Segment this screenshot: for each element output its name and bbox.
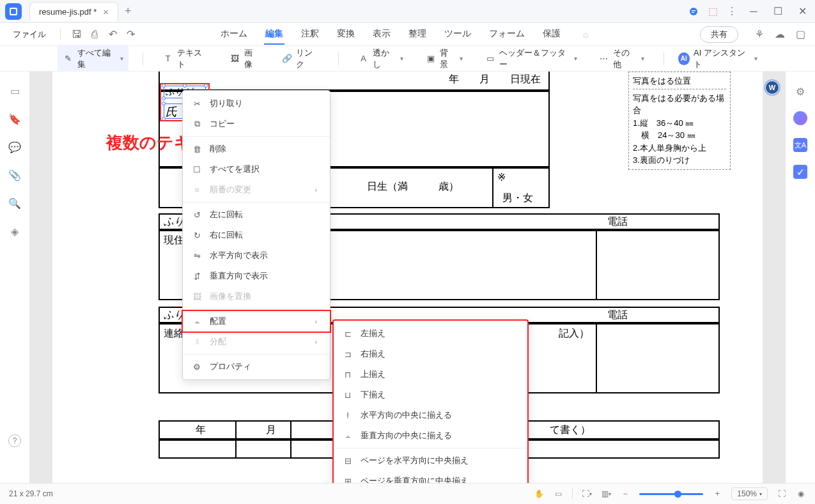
ctx-alignment[interactable]: ⫠配置›	[182, 310, 331, 333]
menu-icon[interactable]: ⋮	[727, 6, 737, 17]
tab-annotate[interactable]: 注釈	[300, 24, 320, 45]
hand-tool-icon[interactable]: ✋	[534, 489, 544, 499]
app-logo[interactable]	[5, 3, 22, 20]
tab-convert[interactable]: 変換	[336, 24, 356, 45]
ai-icon: AI	[678, 52, 690, 65]
align-bottom[interactable]: ⊔下揃え	[334, 385, 527, 405]
ctx-show-horizontal[interactable]: ⇋水平方向で表示	[183, 245, 330, 266]
view-mode-icon[interactable]: ▥ ▾	[601, 489, 611, 499]
search-icon[interactable]: 🔍	[8, 197, 21, 210]
ctx-cut[interactable]: ✂切り取り	[183, 93, 330, 114]
menubar: ファイル 🖫 ⎙ ↶ ↷ ホーム 編集 注釈 変換 表示 整理 ツール フォーム…	[0, 23, 815, 46]
branch-icon[interactable]: ⚘	[754, 29, 765, 40]
ctx-rotate-right[interactable]: ↻右に回転	[183, 225, 330, 245]
align-center-h[interactable]: ⫲水平方向の中央に揃える	[334, 405, 527, 425]
ctx-select-all[interactable]: ☐すべてを選択	[183, 159, 330, 179]
rotate-left-icon: ↺	[192, 210, 202, 220]
link-icon: 🔗	[281, 53, 292, 65]
page-dimensions: 21 x 29.7 cm	[9, 489, 53, 498]
header-footer-button[interactable]: ▭ヘッダー＆フッター▾	[479, 45, 582, 73]
ctx-copy[interactable]: ⧉コピー	[183, 114, 330, 134]
help-icon[interactable]: ?	[8, 434, 21, 447]
redo-icon[interactable]: ↷	[125, 29, 136, 40]
distribute-icon: ⦀	[192, 337, 202, 347]
thumbnails-icon[interactable]: ▭	[8, 84, 21, 97]
text-button[interactable]: Tテキスト	[157, 45, 213, 73]
fullscreen-icon[interactable]: ⛶	[777, 489, 787, 499]
document-tab[interactable]: resume-jis.pdf * ×	[29, 2, 118, 21]
align-page-center-h[interactable]: ⊟ページを水平方向に中央揃え	[334, 450, 527, 471]
zoom-slider[interactable]	[639, 493, 703, 495]
flip-h-icon: ⇋	[192, 250, 202, 261]
share-button[interactable]: 共有	[700, 26, 738, 43]
bookmarks-icon[interactable]: 🔖	[8, 112, 21, 125]
tab-view[interactable]: 表示	[371, 24, 392, 45]
settings-icon[interactable]: ⚙	[793, 84, 807, 98]
convert-to-word-button[interactable]: W	[764, 79, 780, 96]
image-icon: 🖼	[230, 53, 241, 65]
tab-edit[interactable]: 編集	[264, 24, 284, 45]
maximize-button[interactable]: ☐	[770, 4, 786, 19]
ctx-show-vertical[interactable]: ⇵垂直方向で表示	[183, 266, 330, 286]
ctx-replace-image: 🖼画像を置換	[183, 286, 330, 307]
check-icon[interactable]: ✓	[793, 165, 807, 179]
ctx-distribute: ⦀分配›	[183, 332, 330, 352]
minimize-button[interactable]: ─	[746, 4, 761, 19]
zoom-value[interactable]: 150%▾	[731, 487, 768, 500]
save-icon[interactable]: 🖫	[71, 29, 82, 40]
light-icon[interactable]: ☼	[580, 29, 591, 40]
close-icon[interactable]: ×	[103, 6, 109, 17]
ctx-rotate-left[interactable]: ↺左に回転	[183, 204, 330, 225]
attachments-icon[interactable]: 📎	[8, 169, 21, 181]
titlebar: resume-jis.pdf * × + ⬚ ⋮ ─ ☐ ✕	[0, 0, 815, 23]
select-tool-icon[interactable]: ▭	[553, 489, 563, 499]
link-button[interactable]: 🔗リンク	[276, 45, 324, 73]
read-mode-icon[interactable]: ◉	[796, 489, 806, 499]
tab-organize[interactable]: 整理	[407, 24, 428, 45]
image-button[interactable]: 🖼画像	[225, 45, 265, 73]
tab-tools[interactable]: ツール	[443, 24, 472, 45]
chevron-down-icon: ▾	[120, 55, 123, 62]
file-menu[interactable]: ファイル	[9, 26, 50, 43]
text-icon: T	[162, 53, 173, 65]
ctx-properties[interactable]: ⚙プロパティ	[183, 356, 330, 377]
print-icon[interactable]: ⎙	[89, 29, 100, 40]
ai-chat-icon[interactable]	[793, 111, 807, 125]
edit-all-label: すべて編集	[77, 47, 116, 70]
date-field: 年 月 日現在	[449, 73, 541, 86]
background-icon: ▣	[425, 53, 435, 65]
tab-form[interactable]: フォーム	[488, 24, 526, 45]
translate-icon[interactable]: 文A	[793, 138, 807, 152]
align-top[interactable]: ⊓上揃え	[334, 364, 527, 385]
rotate-right-icon: ↻	[192, 230, 202, 240]
tab-protect[interactable]: 保護	[541, 24, 562, 45]
statusbar: 21 x 29.7 cm ✋ ▭ ⛶ ▾ ▥ ▾ − + 150%▾ ⛶ ◉	[0, 483, 815, 504]
comments-icon[interactable]: 💬	[8, 141, 21, 153]
tab-home[interactable]: ホーム	[219, 24, 249, 45]
cut-icon: ✂	[192, 98, 202, 109]
layers-icon[interactable]: ◈	[8, 225, 21, 238]
align-icon: ⫠	[192, 316, 202, 326]
edit-all-button[interactable]: ✎ すべて編集 ▾	[58, 45, 128, 73]
align-left[interactable]: ⊏左揃え	[334, 323, 527, 344]
cloud-icon[interactable]: ☁	[774, 29, 786, 40]
align-center-v[interactable]: ⫠垂直方向の中央に揃える	[334, 425, 527, 446]
tab-title: resume-jis.pdf *	[39, 7, 97, 17]
ctx-delete[interactable]: 🗑削除	[183, 139, 330, 159]
other-button[interactable]: ⋯その他▾	[594, 45, 649, 73]
close-button[interactable]: ✕	[795, 4, 810, 19]
notification-icon[interactable]: ⬚	[708, 6, 718, 17]
header-footer-icon: ▭	[485, 53, 495, 65]
ai-assistant-button[interactable]: AIAI アシスタント▾	[678, 47, 757, 70]
watermark-button[interactable]: A透かし▾	[353, 45, 408, 73]
context-menu: ✂切り取り ⧉コピー 🗑削除 ☐すべてを選択 ≡順番の変更› ↺左に回転 ↻右に…	[182, 90, 330, 380]
new-tab-button[interactable]: +	[125, 4, 132, 18]
undo-icon[interactable]: ↶	[107, 29, 118, 40]
zoom-out-icon[interactable]: −	[620, 489, 630, 499]
background-button[interactable]: ▣背景▾	[420, 45, 468, 73]
align-right[interactable]: ⊐右揃え	[334, 344, 527, 364]
zoom-in-icon[interactable]: +	[712, 489, 722, 499]
collapse-icon[interactable]: ▢	[795, 29, 806, 40]
chat-icon[interactable]	[688, 6, 699, 17]
fit-page-icon[interactable]: ⛶ ▾	[582, 489, 592, 499]
